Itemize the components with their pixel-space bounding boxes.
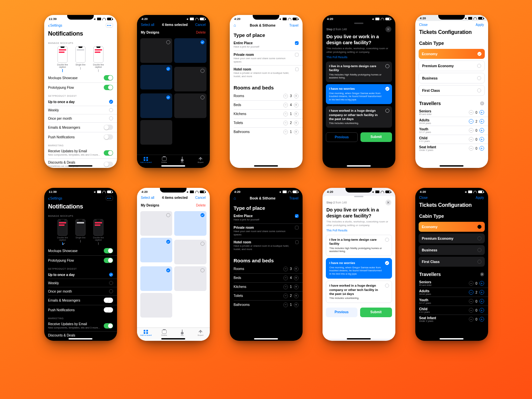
apply-button[interactable]: Apply	[475, 23, 484, 27]
travel-button[interactable]: Travel	[289, 24, 298, 27]
select-dot[interactable]	[200, 268, 204, 272]
design-tile[interactable]	[140, 266, 173, 291]
back-button[interactable]: Settings	[48, 197, 62, 200]
minus-button[interactable]: −	[283, 303, 288, 307]
radio-icon[interactable]	[385, 238, 389, 242]
select-dot[interactable]	[200, 95, 204, 99]
minus-button[interactable]: −	[469, 317, 473, 322]
radio-icon[interactable]	[80, 67, 81, 70]
minus-button[interactable]: −	[469, 110, 473, 115]
radio-icon[interactable]	[109, 100, 113, 104]
design-tile[interactable]	[140, 65, 173, 89]
radio-icon[interactable]	[477, 225, 481, 229]
tab-export[interactable]: Export	[192, 155, 210, 165]
select-dot[interactable]	[166, 67, 170, 71]
radio-icon[interactable]	[80, 240, 81, 243]
radio-icon[interactable]	[477, 236, 481, 240]
cabin-option[interactable]: Business	[419, 245, 485, 255]
cabin-option[interactable]: First Class	[419, 85, 485, 96]
travel-button[interactable]: Travel	[289, 197, 298, 200]
minus-button[interactable]: −	[469, 128, 473, 133]
radio-icon[interactable]	[477, 248, 481, 252]
radio-icon[interactable]	[385, 109, 389, 113]
plus-button[interactable]: +	[294, 303, 299, 307]
toggle[interactable]	[104, 298, 113, 303]
cancel-button[interactable]: Cancel	[195, 23, 205, 27]
tab-delete[interactable]: Delete	[155, 155, 173, 165]
select-dot[interactable]	[166, 213, 170, 217]
poll-results-link[interactable]: This Poll Results	[323, 54, 395, 60]
minus-button[interactable]: −	[283, 94, 288, 98]
radio-icon[interactable]	[385, 64, 389, 68]
radio-icon[interactable]	[477, 88, 481, 92]
select-all-button[interactable]: Select all	[141, 196, 155, 200]
select-all-button[interactable]: Select all	[141, 23, 155, 27]
design-tile[interactable]	[140, 293, 173, 318]
minus-button[interactable]: −	[469, 308, 473, 313]
toggle[interactable]	[104, 125, 113, 130]
radio-icon[interactable]	[109, 289, 113, 293]
plus-button[interactable]: +	[294, 112, 299, 116]
help-icon[interactable]: ?	[480, 101, 484, 105]
tab-pin[interactable]: Pin	[173, 328, 192, 338]
minus-button[interactable]: −	[283, 267, 288, 271]
poll-option[interactable]: I live in a long-term design care facili…	[326, 235, 392, 256]
design-tile[interactable]	[140, 238, 173, 262]
radio-icon[interactable]	[385, 284, 389, 288]
plus-button[interactable]: +	[294, 276, 299, 280]
previous-button[interactable]: Previous	[326, 132, 358, 142]
minus-button[interactable]: −	[469, 281, 473, 286]
radio-icon[interactable]	[62, 69, 63, 72]
app-icon[interactable]: ⌂	[234, 23, 236, 28]
plus-button[interactable]: +	[479, 110, 484, 115]
design-tile[interactable]	[174, 67, 206, 91]
toggle[interactable]	[104, 75, 113, 80]
radio-icon[interactable]	[109, 116, 113, 120]
radio-icon[interactable]	[477, 76, 481, 80]
radio-icon[interactable]	[385, 261, 389, 265]
toggle[interactable]	[104, 248, 113, 253]
plus-button[interactable]: +	[294, 94, 299, 98]
help-icon[interactable]: ?	[480, 272, 484, 276]
toggle[interactable]	[104, 150, 113, 156]
previous-button[interactable]: Previous	[326, 308, 358, 317]
checkbox[interactable]	[295, 41, 299, 45]
mockup-option[interactable]: Double line caption	[91, 46, 105, 72]
minus-button[interactable]: −	[283, 276, 288, 280]
cabin-option[interactable]: First Class	[419, 257, 485, 267]
minus-button[interactable]: −	[283, 130, 288, 134]
radio-icon[interactable]	[385, 87, 389, 91]
tab-add-to-board[interactable]: Add to board	[137, 328, 155, 338]
checkbox[interactable]	[295, 53, 299, 57]
mockup-option[interactable]: Single line	[73, 219, 87, 245]
plus-button[interactable]: +	[294, 267, 299, 271]
select-dot[interactable]	[166, 240, 170, 244]
minus-button[interactable]: −	[469, 119, 473, 124]
mockup-option[interactable]: Double line caption	[91, 219, 105, 245]
tab-pin[interactable]: Pin	[173, 155, 192, 165]
checkbox[interactable]	[295, 240, 298, 244]
close-button[interactable]: Close	[419, 196, 428, 200]
cabin-option[interactable]: Premium Economy	[419, 61, 485, 71]
design-tile[interactable]	[140, 211, 173, 236]
plus-button[interactable]: +	[479, 137, 484, 142]
plus-button[interactable]: +	[294, 121, 299, 125]
radio-icon[interactable]	[477, 52, 481, 56]
mockup-option[interactable]: Double line caption	[56, 219, 69, 245]
more-button[interactable]: •••	[106, 23, 113, 28]
plus-button[interactable]: +	[479, 308, 484, 313]
minus-button[interactable]: −	[283, 294, 288, 298]
plus-button[interactable]: +	[479, 128, 484, 133]
toggle[interactable]	[104, 307, 113, 313]
minus-button[interactable]: −	[283, 121, 288, 125]
plus-button[interactable]: +	[479, 317, 484, 322]
design-tile[interactable]	[174, 266, 206, 291]
toggle[interactable]	[104, 258, 113, 263]
select-dot[interactable]	[166, 95, 170, 99]
delete-button[interactable]: Delete	[196, 203, 206, 207]
tab-delete[interactable]: Delete	[155, 328, 173, 338]
plus-button[interactable]: +	[294, 103, 299, 107]
tab-add-to-board[interactable]: Add to board	[137, 155, 155, 165]
mockup-option[interactable]: Double line caption	[56, 46, 69, 72]
plus-button[interactable]: +	[294, 130, 299, 134]
